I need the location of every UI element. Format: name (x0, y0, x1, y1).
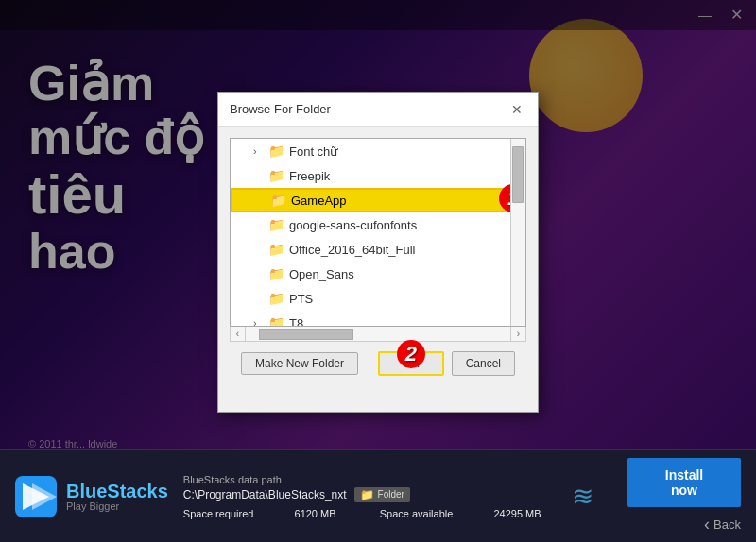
path-value: C:\ProgramData\BlueStacks_nxt (183, 488, 347, 501)
folder-icon: 📁 (268, 242, 284, 257)
hscrollbar[interactable]: ‹ › (230, 327, 526, 342)
space-required-label: Space required (183, 508, 254, 519)
tree-item[interactable]: 📁 Office_2016_64bit_Full (231, 237, 525, 262)
bottom-bar: BlueStacks Play Bigger BlueStacks data p… (0, 449, 756, 542)
data-path-label: BlueStacks data path (183, 474, 557, 485)
dialog-title: Browse For Folder (230, 102, 331, 116)
install-info: BlueStacks data path C:\ProgramData\Blue… (168, 474, 572, 519)
wave-icon: ≋ (572, 481, 593, 512)
dialog-close-button[interactable]: ✕ (507, 100, 526, 119)
folder-icon: 📁 (268, 315, 284, 327)
dialog-footer: Make New Folder OK 2 Cancel (230, 342, 526, 387)
hscroll-left-btn[interactable]: ‹ (231, 327, 246, 341)
tree-item-label: Open_Sans (289, 267, 354, 281)
scrollbar-track[interactable] (510, 139, 525, 326)
action-section: Install now Back (609, 458, 741, 534)
hscroll-right-btn[interactable]: › (510, 327, 525, 341)
scrollbar-thumb[interactable] (512, 146, 524, 203)
expand-icon: › (253, 145, 268, 157)
path-row: C:\ProgramData\BlueStacks_nxt Folder (183, 487, 557, 502)
dialog-body: › 📁 Font chữ 📁 Freepik 📁 GameApp (218, 127, 538, 398)
dialog-titlebar: Browse For Folder ✕ (218, 93, 538, 127)
hscroll-thumb[interactable] (259, 329, 353, 340)
cancel-button[interactable]: Cancel (452, 351, 515, 376)
tree-item-label: GameApp (291, 194, 347, 208)
ok-wrap: OK 2 (378, 351, 443, 376)
tree-item-label: google-sans-cufonfonts (289, 218, 417, 232)
space-available-label: Space available (380, 508, 454, 519)
tree-item[interactable]: 📁 PTS (231, 286, 525, 311)
num-label-2: 2 (397, 340, 425, 368)
back-button[interactable]: Back (704, 515, 741, 534)
logo-section: BlueStacks Play Bigger (15, 476, 168, 517)
folder-icon: 📁 (270, 193, 286, 208)
tree-item[interactable]: › 📁 Font chữ (231, 139, 525, 163)
dialog-ok-cancel: OK 2 Cancel (378, 351, 515, 376)
expand-icon: › (253, 317, 268, 327)
tree-item-label: T8 (289, 316, 303, 328)
tree-item-label: Font chữ (289, 144, 337, 159)
tree-item-gameapp[interactable]: 📁 GameApp 1 (231, 188, 525, 212)
tree-item-label: Office_2016_64bit_Full (289, 243, 415, 257)
tree-item[interactable]: › 📁 T8 (231, 311, 525, 327)
folder-icon: 📁 (268, 291, 284, 306)
back-label: Back (713, 517, 741, 532)
tree-item-label: PTS (289, 292, 313, 306)
folder-icon: 📁 (268, 168, 284, 183)
space-row: Space required 6120 MB Space available 2… (183, 508, 557, 519)
tree-item[interactable]: 📁 Freepik (231, 163, 525, 188)
tree-item-label: Freepik (289, 169, 330, 183)
folder-icon: 📁 (268, 217, 284, 232)
logo-name: BlueStacks (66, 482, 168, 500)
tree-item[interactable]: 📁 Open_Sans (231, 262, 525, 286)
install-now-button[interactable]: Install now (627, 458, 741, 507)
logo-text: BlueStacks Play Bigger (66, 482, 168, 512)
make-new-folder-button[interactable]: Make New Folder (241, 352, 358, 375)
space-required-value: 6120 MB (295, 508, 336, 519)
tree-item[interactable]: 📁 google-sans-cufonfonts (231, 212, 525, 237)
folder-icon: 📁 (268, 266, 284, 281)
folder-tree[interactable]: › 📁 Font chữ 📁 Freepik 📁 GameApp (230, 138, 526, 327)
browse-folder-dialog: Browse For Folder ✕ › 📁 Font chữ 📁 (217, 92, 539, 413)
logo-sub: Play Bigger (66, 500, 168, 512)
folder-badge: Folder (354, 487, 410, 502)
folder-icon: 📁 (268, 144, 284, 159)
space-available-value: 24295 MB (493, 508, 541, 519)
bluestacks-logo-icon (15, 476, 57, 517)
